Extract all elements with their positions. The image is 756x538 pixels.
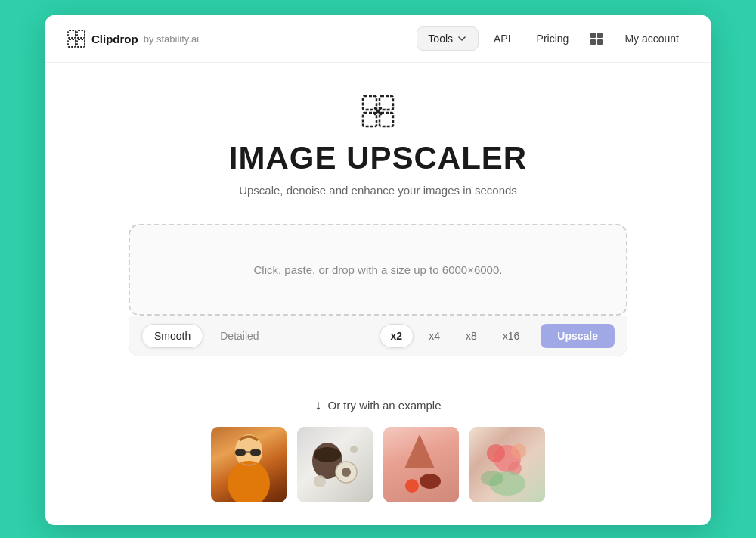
tools-dropdown-button[interactable]: Tools bbox=[417, 26, 479, 51]
svg-point-22 bbox=[350, 446, 358, 453]
svg-rect-7 bbox=[597, 39, 603, 45]
svg-point-13 bbox=[228, 461, 270, 502]
hero-section: IMAGE UPSCALER Upscale, denoise and enha… bbox=[45, 63, 711, 390]
example-images-row bbox=[211, 427, 545, 502]
brand-by: by stability.ai bbox=[144, 33, 199, 45]
grid-icon-button[interactable] bbox=[584, 26, 609, 51]
examples-label-text: Or try with an example bbox=[327, 399, 441, 412]
svg-point-28 bbox=[511, 443, 526, 459]
svg-marker-23 bbox=[404, 434, 435, 468]
scale-x4-button[interactable]: x4 bbox=[418, 325, 451, 347]
examples-section: ↓ Or try with an example bbox=[45, 390, 711, 525]
scale-x2-button[interactable]: x2 bbox=[380, 324, 414, 348]
my-account-link[interactable]: My account bbox=[614, 27, 689, 50]
clipdrop-logo-icon bbox=[67, 29, 86, 48]
svg-point-18 bbox=[314, 447, 341, 462]
flowers-thumbnail bbox=[473, 427, 541, 502]
svg-rect-1 bbox=[77, 30, 85, 38]
svg-rect-15 bbox=[250, 449, 261, 456]
girl-thumbnail bbox=[218, 427, 279, 502]
example-image-flowers[interactable] bbox=[469, 427, 545, 502]
page-subtitle: Upscale, denoise and enhance your images… bbox=[239, 184, 517, 197]
svg-rect-5 bbox=[597, 33, 603, 38]
upload-dropzone[interactable]: Click, paste, or drop with a size up to … bbox=[129, 224, 627, 316]
upscale-button[interactable]: Upscale bbox=[541, 324, 615, 348]
svg-rect-14 bbox=[235, 449, 246, 456]
svg-rect-4 bbox=[590, 33, 596, 38]
example-image-coffee[interactable] bbox=[297, 427, 373, 502]
scale-x16-button[interactable]: x16 bbox=[492, 325, 531, 347]
svg-point-27 bbox=[487, 444, 505, 462]
svg-rect-6 bbox=[590, 39, 596, 45]
svg-rect-16 bbox=[245, 451, 251, 453]
chevron-down-icon bbox=[457, 33, 467, 44]
mode-smooth-button[interactable]: Smooth bbox=[141, 324, 203, 348]
svg-rect-0 bbox=[68, 30, 76, 38]
svg-point-21 bbox=[314, 475, 326, 487]
svg-point-31 bbox=[481, 471, 503, 486]
page-title: IMAGE UPSCALER bbox=[229, 140, 527, 176]
svg-rect-2 bbox=[68, 39, 76, 47]
navbar: Clipdrop by stability.ai Tools API Prici… bbox=[45, 15, 711, 63]
browser-window: Clipdrop by stability.ai Tools API Prici… bbox=[45, 15, 711, 525]
svg-point-20 bbox=[342, 468, 351, 477]
svg-point-24 bbox=[420, 474, 441, 489]
arrow-down-icon: ↓ bbox=[314, 397, 321, 413]
svg-point-25 bbox=[405, 479, 419, 493]
hero-icon bbox=[360, 93, 396, 132]
shapes-thumbnail bbox=[391, 427, 451, 502]
controls-bar: Smooth Detailed x2 x4 x8 x16 Upscale bbox=[129, 316, 627, 356]
examples-label-row: ↓ Or try with an example bbox=[314, 397, 441, 413]
scale-x8-button[interactable]: x8 bbox=[455, 325, 488, 347]
coffee-thumbnail bbox=[301, 427, 369, 502]
pricing-link[interactable]: Pricing bbox=[526, 27, 580, 50]
mode-detailed-button[interactable]: Detailed bbox=[208, 325, 271, 347]
brand-name: Clipdrop bbox=[91, 33, 138, 45]
tools-label: Tools bbox=[428, 33, 453, 45]
upload-prompt: Click, paste, or drop with a size up to … bbox=[254, 263, 503, 276]
example-image-girl[interactable] bbox=[211, 427, 287, 502]
upscaler-icon bbox=[360, 93, 396, 129]
api-link[interactable]: API bbox=[483, 27, 522, 50]
nav-links: Tools API Pricing My account bbox=[417, 26, 689, 51]
grid-icon bbox=[589, 31, 604, 46]
svg-rect-3 bbox=[77, 39, 85, 47]
logo-area: Clipdrop by stability.ai bbox=[67, 29, 417, 48]
example-image-shapes[interactable] bbox=[383, 427, 459, 502]
